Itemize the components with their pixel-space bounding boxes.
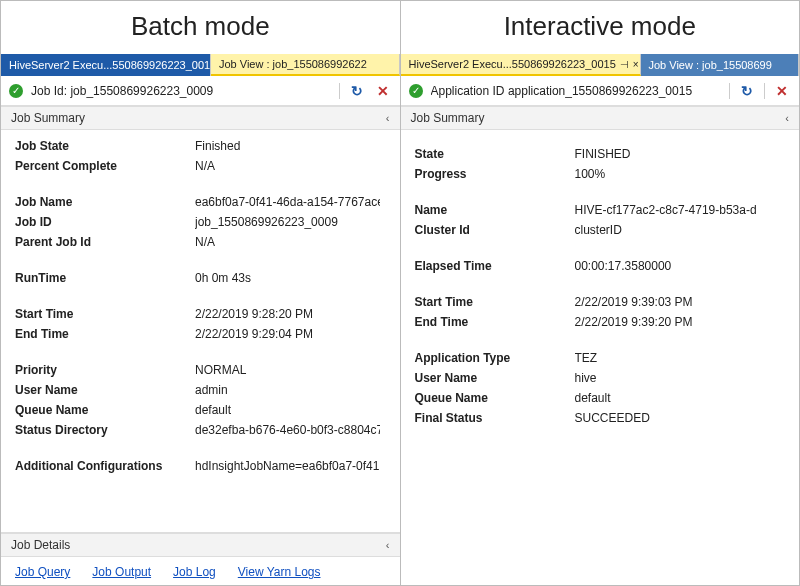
summary-scroll-right[interactable]: State FINISHED Progress 100% Name HIVE-c… xyxy=(401,130,800,585)
refresh-icon[interactable]: ↻ xyxy=(738,82,756,100)
job-summary-header[interactable]: Job Summary ‹ xyxy=(401,106,800,130)
link-job-output[interactable]: Job Output xyxy=(92,565,151,579)
row-user-name: User Name admin xyxy=(15,380,380,400)
row-end-time: End Time 2/22/2019 9:29:04 PM xyxy=(15,324,380,344)
job-summary-header[interactable]: Job Summary ‹ xyxy=(1,106,400,130)
link-view-yarn-logs[interactable]: View Yarn Logs xyxy=(238,565,321,579)
row-start-time: Start Time 2/22/2019 9:28:20 PM xyxy=(15,304,380,324)
separator xyxy=(764,83,765,99)
row-queue-name: Queue Name default xyxy=(15,400,380,420)
tab-close-icon[interactable]: × xyxy=(633,59,639,70)
application-id-label: Application ID application_1550869926223… xyxy=(431,84,693,98)
link-job-log[interactable]: Job Log xyxy=(173,565,216,579)
close-icon[interactable]: ✕ xyxy=(374,82,392,100)
row-elapsed-time: Elapsed Time 00:00:17.3580000 xyxy=(415,256,786,276)
job-id-label: Job Id: job_1550869926223_0009 xyxy=(31,84,213,98)
section-title: Job Summary xyxy=(11,111,85,125)
row-job-name: Job Name ea6bf0a7-0f41-46da-a154-7767ace… xyxy=(15,192,380,212)
refresh-icon[interactable]: ↻ xyxy=(348,82,366,100)
row-progress: Progress 100% xyxy=(415,164,786,184)
mode-title-batch: Batch mode xyxy=(1,1,400,54)
row-queue-name: Queue Name default xyxy=(415,388,786,408)
tab-label: HiveServer2 Execu...550869926223_0015 xyxy=(409,58,616,70)
row-end-time: End Time 2/22/2019 9:39:20 PM xyxy=(415,312,786,332)
tab-jobview-right[interactable]: Job View : job_15508699 xyxy=(641,54,800,76)
success-icon: ✓ xyxy=(409,84,423,98)
tab-hiveserver-left[interactable]: HiveServer2 Execu...550869926223_0015 xyxy=(1,54,211,76)
chevron-left-icon: ‹ xyxy=(386,539,390,551)
tab-bar-left: HiveServer2 Execu...550869926223_0015 Jo… xyxy=(1,54,400,76)
tab-label: Job View : job_15508699 xyxy=(649,59,772,71)
toolbar-left: ✓ Job Id: job_1550869926223_0009 ↻ ✕ xyxy=(1,76,400,106)
tab-label: HiveServer2 Execu...550869926223_0015 xyxy=(9,59,211,71)
row-percent-complete: Percent Complete N/A xyxy=(15,156,380,176)
pin-icon[interactable]: ⊣ xyxy=(620,59,629,70)
separator xyxy=(729,83,730,99)
row-name: Name HIVE-cf177ac2-c8c7-4719-b53a-d xyxy=(415,200,786,220)
row-priority: Priority NORMAL xyxy=(15,360,380,380)
tab-hiveserver-right[interactable]: HiveServer2 Execu...550869926223_0015 ⊣ … xyxy=(401,54,641,76)
section-title: Job Details xyxy=(11,538,70,552)
tab-bar-right: HiveServer2 Execu...550869926223_0015 ⊣ … xyxy=(401,54,800,76)
tab-jobview-left[interactable]: Job View : job_155086992622 xyxy=(211,54,400,76)
section-title: Job Summary xyxy=(411,111,485,125)
row-runtime: RunTime 0h 0m 43s xyxy=(15,268,380,288)
row-parent-job-id: Parent Job Id N/A xyxy=(15,232,380,252)
success-icon: ✓ xyxy=(9,84,23,98)
row-start-time: Start Time 2/22/2019 9:39:03 PM xyxy=(415,292,786,312)
row-cluster-id: Cluster Id clusterID xyxy=(415,220,786,240)
chevron-left-icon: ‹ xyxy=(785,112,789,124)
job-details-header[interactable]: Job Details ‹ xyxy=(1,533,400,557)
row-application-type: Application Type TEZ xyxy=(415,348,786,368)
row-job-id: Job ID job_1550869926223_0009 xyxy=(15,212,380,232)
row-state: State FINISHED xyxy=(415,144,786,164)
tab-label: Job View : job_155086992622 xyxy=(219,58,367,70)
row-job-state: Job State Finished xyxy=(15,136,380,156)
summary-scroll[interactable]: Job State Finished Percent Complete N/A … xyxy=(1,130,400,532)
close-icon[interactable]: ✕ xyxy=(773,82,791,100)
row-status-directory: Status Directory de32efba-b676-4e60-b0f3… xyxy=(15,420,380,440)
mode-title-interactive: Interactive mode xyxy=(401,1,800,54)
row-final-status: Final Status SUCCEEDED xyxy=(415,408,786,428)
job-details-links: Job Query Job Output Job Log View Yarn L… xyxy=(1,557,400,585)
link-job-query[interactable]: Job Query xyxy=(15,565,70,579)
row-additional-config: Additional Configurations hdInsightJobNa… xyxy=(15,456,380,476)
row-user-name: User Name hive xyxy=(415,368,786,388)
chevron-left-icon: ‹ xyxy=(386,112,390,124)
toolbar-right: ✓ Application ID application_15508699262… xyxy=(401,76,800,106)
separator xyxy=(339,83,340,99)
